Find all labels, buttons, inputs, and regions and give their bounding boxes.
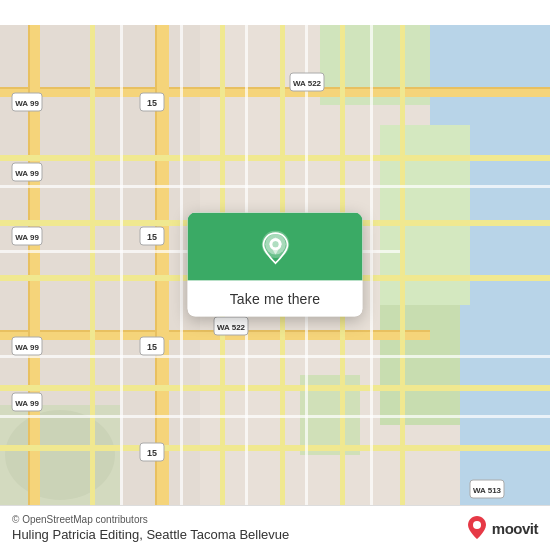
svg-text:WA 522: WA 522 (217, 323, 246, 332)
svg-text:15: 15 (147, 342, 157, 352)
svg-rect-19 (0, 155, 550, 161)
popup-header (188, 213, 363, 281)
bottom-bar: © OpenStreetMap contributors Huling Patr… (0, 505, 550, 550)
svg-text:WA 99: WA 99 (15, 399, 39, 408)
map-container: WA 99 WA 99 WA 99 WA 99 WA 99 15 15 15 1… (0, 0, 550, 550)
svg-rect-29 (0, 185, 550, 188)
svg-text:WA 99: WA 99 (15, 343, 39, 352)
svg-text:WA 522: WA 522 (293, 79, 322, 88)
svg-rect-24 (90, 25, 95, 525)
svg-rect-6 (380, 305, 460, 425)
svg-point-67 (473, 521, 481, 529)
svg-rect-28 (400, 25, 405, 525)
svg-rect-31 (0, 355, 550, 358)
svg-rect-23 (0, 445, 550, 451)
location-pin-icon (257, 231, 293, 267)
svg-rect-34 (180, 25, 183, 525)
moovit-text: moovit (492, 520, 538, 537)
svg-text:WA 513: WA 513 (473, 486, 502, 495)
take-me-there-button[interactable]: Take me there (188, 281, 363, 317)
svg-rect-22 (0, 385, 550, 391)
svg-text:15: 15 (147, 448, 157, 458)
svg-rect-33 (120, 25, 123, 525)
svg-text:15: 15 (147, 98, 157, 108)
location-info: Huling Patricia Editing, Seattle Tacoma … (12, 527, 289, 542)
svg-text:WA 99: WA 99 (15, 169, 39, 178)
popup-card: Take me there (188, 213, 363, 317)
bottom-left: © OpenStreetMap contributors Huling Patr… (12, 514, 289, 542)
moovit-logo: moovit (466, 515, 538, 541)
svg-text:WA 99: WA 99 (15, 233, 39, 242)
map-attribution: © OpenStreetMap contributors (12, 514, 289, 525)
svg-rect-37 (370, 25, 373, 525)
svg-rect-12 (0, 87, 550, 89)
svg-text:WA 99: WA 99 (15, 99, 39, 108)
svg-rect-32 (0, 415, 550, 418)
svg-text:15: 15 (147, 232, 157, 242)
moovit-logo-icon (466, 515, 488, 541)
